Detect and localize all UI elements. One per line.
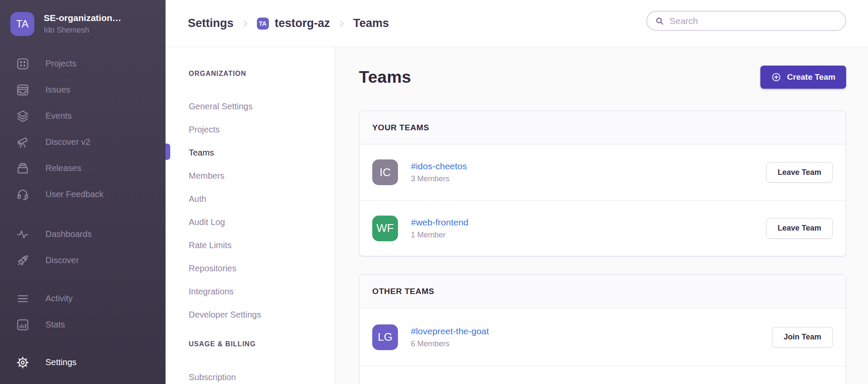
create-team-label: Create Team xyxy=(787,72,835,82)
team-members-count: 1 Member xyxy=(411,231,468,240)
bar-chart-icon xyxy=(15,317,31,333)
sidebar-nav-primary: Projects Issues Events Discover v2 Relea… xyxy=(0,51,166,207)
settings-nav-item-integrations[interactable]: Integrations xyxy=(189,280,335,303)
leave-team-button[interactable]: Leave Team xyxy=(766,162,833,183)
sidebar-item-releases[interactable]: Releases xyxy=(0,155,166,181)
settings-nav-item-rate-limits[interactable]: Rate Limits xyxy=(189,234,335,257)
rocket-icon xyxy=(15,252,31,269)
sidebar-nav-tertiary: Activity Stats xyxy=(0,285,166,338)
settings-nav-item-repositories[interactable]: Repositories xyxy=(189,257,335,280)
issues-icon xyxy=(15,82,31,98)
table-row-partial xyxy=(359,366,846,384)
events-icon xyxy=(15,108,31,124)
team-link[interactable]: #lovepreet-the-goat xyxy=(411,326,489,336)
sidebar-item-discover-v2[interactable]: Discover v2 xyxy=(0,129,166,155)
sidebar-nav-secondary: Dashboards Discover xyxy=(0,221,166,273)
app-sidebar: TA SE-organization… Ido Shemesh Projects… xyxy=(0,0,166,384)
projects-icon xyxy=(15,56,31,72)
page-title: Teams xyxy=(359,68,411,87)
sidebar-item-label: Events xyxy=(45,111,72,121)
breadcrumb-teams[interactable]: Teams xyxy=(353,17,389,30)
settings-nav: ORGANIZATION General Settings Projects T… xyxy=(166,47,335,384)
settings-nav-item-developer-settings[interactable]: Developer Settings xyxy=(189,303,335,326)
settings-nav-item-teams[interactable]: Teams xyxy=(189,141,335,164)
archive-box-icon xyxy=(15,160,31,177)
team-info: #idos-cheetos 3 Members xyxy=(411,161,467,183)
your-teams-header: YOUR TEAMS xyxy=(359,111,846,144)
sidebar-item-label: Stats xyxy=(45,320,65,330)
team-info: #web-frontend 1 Member xyxy=(411,217,468,240)
sidebar-item-label: Releases xyxy=(45,163,81,173)
chevron-right-icon xyxy=(338,19,346,28)
create-team-button[interactable]: Create Team xyxy=(760,66,846,89)
settings-nav-item-audit-log[interactable]: Audit Log xyxy=(189,210,335,234)
org-name: SE-organization… xyxy=(44,13,121,23)
settings-nav-item-general-settings[interactable]: General Settings xyxy=(189,95,335,118)
breadcrumb-settings[interactable]: Settings xyxy=(188,17,234,30)
table-row: LG #lovepreet-the-goat 6 Members Join Te… xyxy=(359,308,846,366)
sidebar-nav-settings: Settings xyxy=(0,349,166,375)
sidebar-item-label: User Feedback xyxy=(45,189,104,199)
sidebar-item-label: Discover v2 xyxy=(45,137,90,147)
your-teams-panel: YOUR TEAMS IC #idos-cheetos 3 Members Le… xyxy=(359,111,846,256)
org-meta: SE-organization… Ido Shemesh xyxy=(44,12,121,35)
settings-nav-section-organization: ORGANIZATION xyxy=(189,70,335,80)
search-box xyxy=(646,11,846,31)
sidebar-item-stats[interactable]: Stats xyxy=(0,312,166,338)
team-avatar: WF xyxy=(372,216,398,241)
main-content: Teams Create Team YOUR TEAMS IC #idos-ch… xyxy=(335,47,868,384)
search-input[interactable] xyxy=(669,16,838,26)
org-switcher[interactable]: TA SE-organization… Ido Shemesh xyxy=(10,12,160,36)
settings-nav-item-projects[interactable]: Projects xyxy=(189,118,335,141)
sidebar-item-discover[interactable]: Discover xyxy=(0,247,166,273)
sidebar-item-user-feedback[interactable]: User Feedback xyxy=(0,181,166,207)
org-user-name: Ido Shemesh xyxy=(44,26,121,35)
org-badge: TA xyxy=(257,18,269,30)
page-head: Teams Create Team xyxy=(359,64,846,90)
sidebar-item-settings[interactable]: Settings xyxy=(0,349,166,375)
sidebar-item-label: Discover xyxy=(45,255,79,265)
sidebar-item-projects[interactable]: Projects xyxy=(0,51,166,77)
team-avatar: LG xyxy=(372,324,398,350)
chevron-right-icon xyxy=(241,19,250,28)
sidebar-item-label: Dashboards xyxy=(45,229,92,239)
sidebar-item-events[interactable]: Events xyxy=(0,103,166,129)
team-link[interactable]: #idos-cheetos xyxy=(411,161,467,171)
settings-nav-item-auth[interactable]: Auth xyxy=(189,187,335,210)
sidebar-item-label: Settings xyxy=(45,357,76,367)
breadcrumb-org-label: testorg-az xyxy=(275,17,330,30)
other-teams-header: OTHER TEAMS xyxy=(359,275,846,308)
table-row: IC #idos-cheetos 3 Members Leave Team xyxy=(359,144,846,200)
pulse-icon xyxy=(15,226,31,243)
breadcrumb-org[interactable]: TA testorg-az xyxy=(257,17,330,30)
circle-plus-icon xyxy=(771,72,781,82)
sidebar-item-dashboards[interactable]: Dashboards xyxy=(0,221,166,247)
org-avatar: TA xyxy=(10,12,34,36)
sidebar-item-issues[interactable]: Issues xyxy=(0,77,166,103)
team-members-count: 3 Members xyxy=(411,174,467,183)
settings-nav-section-usage-billing: USAGE & BILLING xyxy=(189,340,335,351)
sidebar-item-label: Activity xyxy=(45,294,72,303)
team-members-count: 6 Members xyxy=(411,339,489,348)
join-team-button[interactable]: Join Team xyxy=(772,327,833,348)
team-avatar: IC xyxy=(372,159,398,185)
team-info: #lovepreet-the-goat 6 Members xyxy=(411,326,489,348)
leave-team-button[interactable]: Leave Team xyxy=(766,218,833,239)
headset-icon xyxy=(15,186,31,203)
settings-nav-item-members[interactable]: Members xyxy=(189,164,335,187)
sidebar-item-label: Projects xyxy=(45,59,76,69)
gear-icon xyxy=(15,354,31,371)
search-icon xyxy=(655,16,664,26)
other-teams-panel: OTHER TEAMS LG #lovepreet-the-goat 6 Mem… xyxy=(359,274,846,384)
sidebar-item-label: Issues xyxy=(45,85,70,95)
settings-nav-item-subscription[interactable]: Subscription xyxy=(189,366,335,384)
table-row: WF #web-frontend 1 Member Leave Team xyxy=(359,200,846,256)
breadcrumb: Settings TA testorg-az Teams xyxy=(188,0,389,47)
team-link[interactable]: #web-frontend xyxy=(411,217,468,228)
sidebar-item-activity[interactable]: Activity xyxy=(0,285,166,312)
active-nav-indicator xyxy=(166,144,170,160)
list-lines-icon xyxy=(15,291,31,307)
telescope-icon xyxy=(15,134,31,150)
topbar: Settings TA testorg-az Teams xyxy=(166,0,868,47)
